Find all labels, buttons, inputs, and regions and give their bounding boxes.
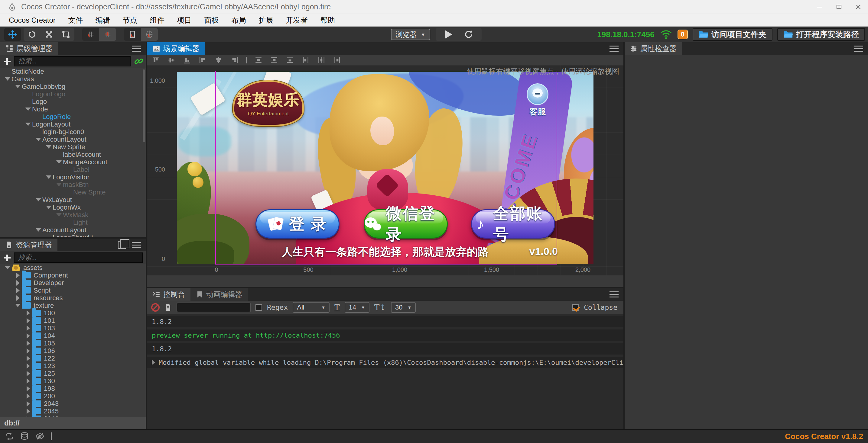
inspector-menu-icon[interactable]	[854, 45, 863, 52]
tree-node[interactable]: AccountLayout	[0, 136, 146, 143]
assets-copy-icon[interactable]	[118, 241, 126, 249]
expand-arrow-icon[interactable]	[55, 183, 63, 186]
align-center-icon[interactable]	[215, 56, 222, 64]
rotate-tool-button[interactable]	[24, 28, 40, 41]
distribute-left-icon[interactable]	[302, 56, 310, 64]
align-top-icon[interactable]	[152, 56, 160, 64]
assets-search-input[interactable]	[14, 252, 143, 263]
distribute-middle-icon[interactable]	[270, 56, 278, 64]
expand-arrow-icon[interactable]	[4, 77, 11, 81]
minimize-button[interactable]	[810, 0, 829, 13]
anchor-mode-button[interactable]	[99, 28, 116, 41]
expand-arrow-icon[interactable]	[45, 145, 53, 148]
clear-console-button[interactable]	[151, 303, 160, 312]
tree-node[interactable]: Canvas	[0, 75, 146, 83]
log-entry[interactable]: 1.8.2	[147, 316, 623, 327]
rect-tool-button[interactable]	[57, 28, 74, 41]
menu-item[interactable]: 布局	[225, 14, 252, 26]
tree-node[interactable]: maskBtn	[0, 181, 146, 189]
asset-node[interactable]: 100	[0, 309, 146, 317]
asset-node[interactable]: 122	[0, 354, 146, 362]
expand-arrow-icon[interactable]	[4, 266, 11, 269]
tab-animation-editor[interactable]: 动画编辑器	[190, 288, 248, 301]
console-menu-icon[interactable]	[610, 292, 619, 298]
asset-node[interactable]: 130	[0, 377, 146, 385]
open-install-path-button[interactable]: 打开程序安装路径	[777, 28, 865, 41]
menu-item[interactable]: Cocos Creator	[2, 14, 62, 26]
tree-node[interactable]: WxLayout	[0, 196, 146, 204]
asset-node[interactable]: texture	[0, 302, 146, 309]
menu-item[interactable]: 节点	[116, 14, 144, 26]
regex-checkbox[interactable]	[255, 304, 262, 311]
open-project-folder-button[interactable]: 访问项目文件夹	[693, 28, 772, 41]
tree-node[interactable]: MangeAccount	[0, 158, 146, 166]
tree-node[interactable]: WxMask	[0, 211, 146, 218]
tree-node[interactable]: Logo	[0, 98, 146, 105]
menu-item[interactable]: 编辑	[89, 14, 116, 26]
align-right-icon[interactable]	[230, 56, 238, 64]
preview-target-dropdown[interactable]: 浏览器 ▼	[391, 29, 430, 40]
asset-node[interactable]: 2046	[0, 415, 146, 417]
tree-node[interactable]: Label	[0, 166, 146, 173]
log-entry[interactable]: preview server running at http://localho…	[147, 330, 623, 341]
tab-assets[interactable]: 资源管理器	[0, 239, 57, 251]
asset-node[interactable]: 101	[0, 317, 146, 324]
asset-node[interactable]: 200	[0, 392, 146, 400]
tree-node[interactable]: Node	[0, 105, 146, 113]
expand-arrow-icon[interactable]	[24, 123, 32, 126]
expand-arrow-icon[interactable]	[45, 206, 53, 209]
asset-node[interactable]: 104	[0, 332, 146, 339]
add-asset-button[interactable]	[0, 251, 14, 264]
asset-node[interactable]: 2043	[0, 400, 146, 407]
play-button[interactable]	[439, 28, 459, 41]
close-button[interactable]	[849, 0, 868, 13]
expand-arrow-icon[interactable]	[24, 356, 32, 361]
asset-node[interactable]: 2045	[0, 407, 146, 415]
menu-item[interactable]: 帮助	[314, 14, 341, 26]
tree-node[interactable]: AccountLayout	[0, 226, 146, 234]
expand-arrow-icon[interactable]	[24, 363, 32, 369]
menu-item[interactable]: 组件	[144, 14, 171, 26]
move-tool-button[interactable]	[4, 28, 21, 41]
expand-arrow-icon[interactable]	[24, 401, 32, 406]
expand-arrow-icon[interactable]	[24, 318, 32, 323]
expand-log-icon[interactable]	[152, 360, 155, 365]
log-entry[interactable]: 1.8.2	[147, 343, 623, 354]
log-level-select[interactable]: All ▼	[293, 302, 330, 313]
expand-arrow-icon[interactable]	[24, 326, 32, 331]
world-coord-button[interactable]	[141, 28, 158, 41]
asset-node[interactable]: 125	[0, 370, 146, 377]
distribute-top-icon[interactable]	[254, 56, 262, 64]
local-coord-button[interactable]	[124, 28, 141, 41]
tree-node[interactable]: LogonLogo	[0, 90, 146, 98]
expand-arrow-icon[interactable]	[24, 378, 32, 384]
scale-tool-button[interactable]	[40, 28, 57, 41]
expand-arrow-icon[interactable]	[14, 288, 22, 293]
align-left-icon[interactable]	[199, 56, 207, 64]
tree-node[interactable]: LogonVisitor	[0, 173, 146, 181]
expand-arrow-icon[interactable]	[14, 85, 22, 88]
menu-item[interactable]: 扩展	[252, 14, 280, 26]
sync-icon[interactable]	[5, 432, 14, 441]
tab-console[interactable]: 控制台	[147, 288, 190, 301]
tab-hierarchy[interactable]: 层级管理器	[0, 42, 58, 55]
expand-arrow-icon[interactable]	[24, 341, 32, 346]
tab-scene-editor[interactable]: 场景编辑器	[147, 42, 205, 55]
expand-arrow-icon[interactable]	[24, 107, 32, 111]
tree-node[interactable]: login-bg-icon0	[0, 128, 146, 136]
console-filter-input[interactable]	[177, 303, 251, 312]
distribute-center-icon[interactable]	[317, 56, 325, 64]
expand-arrow-icon[interactable]	[34, 228, 42, 232]
log-entry[interactable]: Modified global variable while loading D…	[147, 356, 623, 368]
notification-badge[interactable]: 0	[678, 30, 688, 39]
link-scene-icon[interactable]	[134, 56, 144, 66]
asset-node[interactable]: 123	[0, 362, 146, 370]
tree-node[interactable]: LogonLayout	[0, 121, 146, 128]
expand-arrow-icon[interactable]	[24, 409, 32, 414]
tree-node[interactable]: LogonWx	[0, 204, 146, 211]
hierarchy-menu-icon[interactable]	[132, 45, 141, 52]
menu-item[interactable]: 项目	[171, 14, 198, 26]
tree-node[interactable]: GameLobbybg	[0, 83, 146, 90]
expand-arrow-icon[interactable]	[14, 273, 22, 278]
assets-menu-icon[interactable]	[132, 242, 141, 248]
